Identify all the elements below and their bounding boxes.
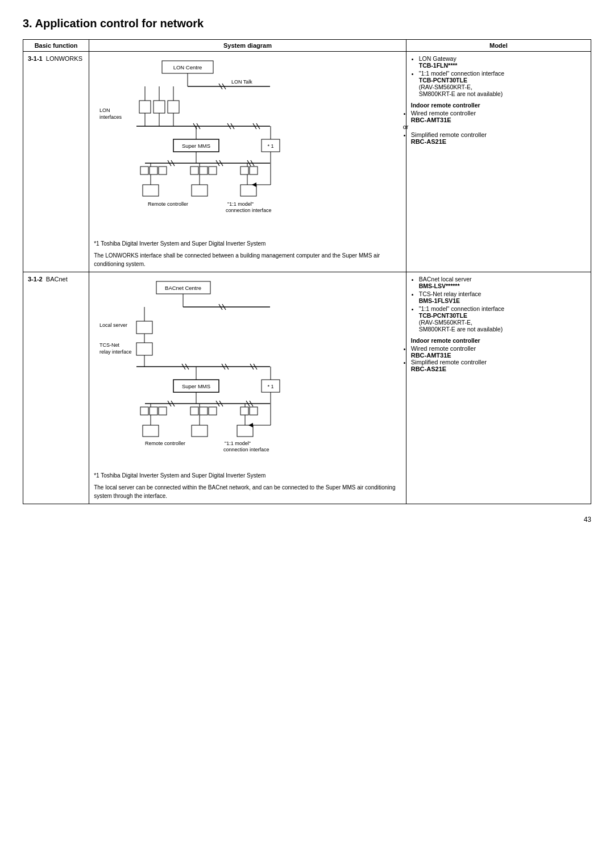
basic-function-312: 3-1-2 BACnet: [23, 272, 89, 504]
system-diagram-311: LON Centre LON Talk LON interfaces: [89, 52, 406, 272]
svg-rect-101: [200, 407, 208, 415]
svg-rect-69: [136, 321, 152, 334]
svg-rect-102: [209, 407, 217, 415]
row-num-311: 3-1-1: [28, 55, 43, 62]
svg-rect-99: [159, 407, 167, 415]
svg-rect-11: [168, 101, 179, 113]
indoor-model-list-312: Wired remote controller RBC-AMT31E Simpl…: [411, 345, 586, 372]
svg-rect-104: [250, 407, 258, 415]
bacnet-svg: BACnet Centre Local server: [94, 276, 344, 469]
model-item: Simplified remote controller RBC-AS21E: [411, 359, 586, 372]
page-title: 3. Application control for network: [23, 17, 591, 30]
svg-rect-113: [237, 425, 253, 437]
svg-rect-112: [192, 425, 208, 437]
model-item: LON Gateway TCB-1FLN****: [419, 55, 586, 69]
svg-rect-53: [143, 185, 159, 196]
svg-rect-45: [240, 167, 248, 175]
system-diagram-312: BACnet Centre Local server: [89, 272, 406, 504]
bacnet-diagram: BACnet Centre Local server: [94, 276, 401, 500]
svg-text:Remote controller: Remote controller: [148, 201, 188, 207]
svg-text:Local server: Local server: [99, 322, 127, 328]
svg-rect-100: [190, 407, 198, 415]
svg-rect-73: [136, 343, 152, 355]
model-section-lon-gateway: LON Gateway TCB-1FLN**** "1:1 model" con…: [411, 55, 586, 97]
basic-function-311: 3-1-1 LONWORKS: [23, 52, 89, 272]
svg-rect-40: [150, 167, 157, 175]
main-table: Basic function System diagram Model 3-1-…: [23, 39, 591, 504]
lonworks-diagram: LON Centre LON Talk LON interfaces: [94, 55, 401, 268]
svg-rect-111: [143, 425, 159, 437]
indoor-model-list-311: Wired remote controller RBC-AMT31E or Si…: [411, 110, 586, 145]
svg-rect-44: [209, 167, 217, 175]
svg-text:Super MMS: Super MMS: [182, 143, 210, 149]
svg-text:interfaces: interfaces: [99, 114, 122, 120]
svg-rect-43: [200, 167, 208, 175]
model-item: TCS-Net relay interface BMS-1FLSV1E: [419, 290, 586, 304]
header-model: Model: [406, 40, 591, 52]
model-311: LON Gateway TCB-1FLN**** "1:1 model" con…: [406, 52, 591, 272]
basic-function-label-311: LONWORKS: [46, 55, 82, 62]
header-system-diagram: System diagram: [89, 40, 406, 52]
model-item: Wired remote controller RBC-AMT31E: [411, 345, 586, 359]
model-item: BACnet local server BMS-LSV******: [419, 276, 586, 289]
bacnet-description: The local server can be connected within…: [94, 483, 401, 500]
svg-rect-46: [250, 167, 258, 175]
bacnet-note: *1 Toshiba Digital Inverter System and S…: [94, 472, 401, 479]
svg-text:LON: LON: [99, 107, 110, 113]
model-item: "1:1 model" connection interface TCB-PCN…: [419, 305, 586, 333]
indoor-remote-label-312: Indoor remote controller: [411, 337, 586, 344]
indoor-remote-label-311: Indoor remote controller: [411, 102, 586, 109]
svg-rect-9: [139, 101, 151, 113]
svg-text:LON Talk: LON Talk: [231, 79, 252, 85]
header-basic-function: Basic function: [23, 40, 89, 52]
model-item: Wired remote controller RBC-AMT31E: [411, 110, 586, 123]
table-row: 3-1-2 BACnet BACnet Centre: [23, 272, 591, 504]
svg-rect-10: [154, 101, 165, 113]
svg-rect-42: [190, 167, 198, 175]
model-item-or: or: [403, 123, 586, 130]
model-item: Simplified remote controller RBC-AS21E: [411, 131, 586, 145]
svg-rect-54: [192, 185, 208, 196]
row-num-312: 3-1-2: [28, 276, 43, 283]
svg-text:"1:1 model": "1:1 model": [225, 441, 251, 446]
table-row: 3-1-1 LONWORKS LON Centre: [23, 52, 591, 272]
lonworks-description: The LONWORKS interface shall be connecte…: [94, 251, 401, 268]
lonworks-svg: LON Centre LON Talk LON interfaces: [94, 55, 344, 237]
svg-rect-98: [150, 407, 157, 415]
svg-text:connection interface: connection interface: [226, 207, 272, 213]
svg-rect-97: [140, 407, 148, 415]
svg-text:TCS-Net: TCS-Net: [99, 342, 120, 348]
svg-text:* 1: * 1: [268, 384, 274, 389]
model-item: "1:1 model" connection interface TCB-PCN…: [419, 70, 586, 97]
svg-text:Remote controller: Remote controller: [145, 441, 185, 446]
lonworks-note: *1 Toshiba Digital Inverter System and S…: [94, 240, 401, 247]
basic-function-label-312: BACnet: [46, 276, 68, 283]
svg-rect-55: [240, 185, 256, 196]
svg-rect-103: [240, 407, 248, 415]
svg-text:Super MMS: Super MMS: [182, 383, 210, 389]
svg-text:connection interface: connection interface: [223, 447, 269, 452]
svg-text:* 1: * 1: [268, 143, 274, 149]
model-312: BACnet local server BMS-LSV****** TCS-Ne…: [406, 272, 591, 504]
svg-rect-39: [140, 167, 148, 175]
svg-text:BACnet Centre: BACnet Centre: [165, 285, 201, 291]
svg-text:relay interface: relay interface: [99, 349, 132, 355]
svg-rect-41: [159, 167, 167, 175]
model-section-bacnet: BACnet local server BMS-LSV****** TCS-Ne…: [411, 276, 586, 333]
page-number: 43: [23, 516, 591, 524]
svg-text:"1:1 model": "1:1 model": [227, 201, 254, 207]
svg-text:LON Centre: LON Centre: [173, 64, 202, 70]
